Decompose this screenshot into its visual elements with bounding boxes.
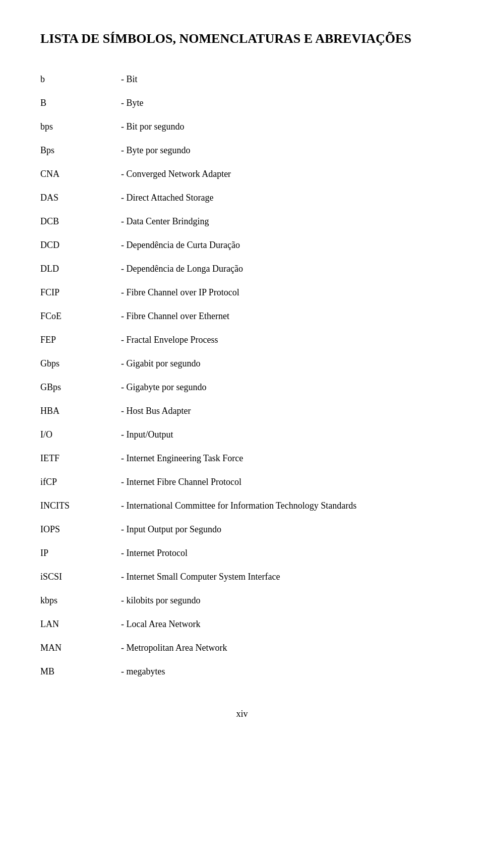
list-item: GBps- Gigabyte por segundo: [40, 381, 444, 394]
list-item: I/O- Input/Output: [40, 428, 444, 442]
abbr-definition: - Fibre Channel over IP Protocol: [121, 286, 239, 299]
abbr-term: b: [40, 73, 121, 86]
list-item: INCITS- International Committee for Info…: [40, 499, 444, 513]
abbr-definition: - Internet Fibre Channel Protocol: [121, 475, 241, 489]
list-item: HBA- Host Bus Adapter: [40, 404, 444, 418]
abbr-definition: - Byte por segundo: [121, 144, 190, 157]
abbr-definition: - Dependência de Curta Duração: [121, 238, 240, 252]
list-item: b- Bit: [40, 73, 444, 86]
abbr-definition: - Fibre Channel over Ethernet: [121, 309, 229, 323]
abbr-definition: - Bit por segundo: [121, 120, 185, 134]
abbr-term: ifCP: [40, 475, 121, 489]
abbr-definition: - Byte: [121, 96, 144, 110]
abbr-term: FCIP: [40, 286, 121, 299]
abbr-term: INCITS: [40, 499, 121, 513]
abbr-definition: - Fractal Envelope Process: [121, 333, 218, 347]
abbr-term: MAN: [40, 641, 121, 655]
abbr-term: IP: [40, 546, 121, 560]
abbr-definition: - Input Output por Segundo: [121, 523, 221, 536]
abbr-definition: - Gigabit por segundo: [121, 357, 200, 370]
list-item: IP- Internet Protocol: [40, 546, 444, 560]
abbr-definition: - Internet Protocol: [121, 546, 188, 560]
list-item: Gbps- Gigabit por segundo: [40, 357, 444, 370]
abbr-term: DCD: [40, 238, 121, 252]
abbr-term: kbps: [40, 594, 121, 607]
abbr-term: B: [40, 96, 121, 110]
abbr-definition: - Direct Attached Storage: [121, 191, 213, 205]
abbr-definition: - megabytes: [121, 665, 165, 678]
abbr-definition: - Host Bus Adapter: [121, 404, 191, 418]
list-item: MAN- Metropolitan Area Network: [40, 641, 444, 655]
abbreviations-list: b- BitB- Bytebps- Bit por segundoBps- By…: [40, 73, 444, 678]
list-item: MB- megabytes: [40, 665, 444, 678]
abbr-definition: - Data Center Brindging: [121, 215, 209, 228]
abbr-term: iSCSI: [40, 570, 121, 584]
abbr-term: MB: [40, 665, 121, 678]
abbr-term: DLD: [40, 262, 121, 276]
page-number: xiv: [40, 709, 444, 719]
abbr-definition: - International Committee for Informatio…: [121, 499, 356, 513]
list-item: FEP- Fractal Envelope Process: [40, 333, 444, 347]
abbr-definition: - Internet Small Computer System Interfa…: [121, 570, 280, 584]
abbr-term: IOPS: [40, 523, 121, 536]
abbr-term: FEP: [40, 333, 121, 347]
abbr-definition: - Converged Network Adapter: [121, 167, 231, 181]
abbr-term: GBps: [40, 381, 121, 394]
list-item: CNA- Converged Network Adapter: [40, 167, 444, 181]
abbr-term: IETF: [40, 452, 121, 465]
abbr-term: FCoE: [40, 309, 121, 323]
list-item: B- Byte: [40, 96, 444, 110]
list-item: FCIP- Fibre Channel over IP Protocol: [40, 286, 444, 299]
abbr-definition: - Local Area Network: [121, 617, 200, 631]
abbr-definition: - Bit: [121, 73, 138, 86]
abbr-term: HBA: [40, 404, 121, 418]
abbr-term: Bps: [40, 144, 121, 157]
list-item: bps- Bit por segundo: [40, 120, 444, 134]
abbr-definition: - kilobits por segundo: [121, 594, 201, 607]
list-item: DLD- Dependência de Longa Duração: [40, 262, 444, 276]
list-item: DCD- Dependência de Curta Duração: [40, 238, 444, 252]
list-item: FCoE- Fibre Channel over Ethernet: [40, 309, 444, 323]
abbr-definition: - Gigabyte por segundo: [121, 381, 206, 394]
abbr-definition: - Dependência de Longa Duração: [121, 262, 243, 276]
list-item: DCB- Data Center Brindging: [40, 215, 444, 228]
abbr-term: I/O: [40, 428, 121, 442]
abbr-term: DAS: [40, 191, 121, 205]
list-item: IETF- Internet Engineering Task Force: [40, 452, 444, 465]
abbr-term: bps: [40, 120, 121, 134]
list-item: iSCSI- Internet Small Computer System In…: [40, 570, 444, 584]
abbr-definition: - Internet Engineering Task Force: [121, 452, 243, 465]
page-title: LISTA DE SÍMBOLOS, NOMENCLATURAS E ABREV…: [40, 30, 444, 47]
abbr-definition: - Input/Output: [121, 428, 173, 442]
abbr-term: CNA: [40, 167, 121, 181]
list-item: Bps- Byte por segundo: [40, 144, 444, 157]
list-item: ifCP- Internet Fibre Channel Protocol: [40, 475, 444, 489]
abbr-term: Gbps: [40, 357, 121, 370]
abbr-definition: - Metropolitan Area Network: [121, 641, 227, 655]
list-item: LAN- Local Area Network: [40, 617, 444, 631]
list-item: IOPS- Input Output por Segundo: [40, 523, 444, 536]
abbr-term: DCB: [40, 215, 121, 228]
list-item: kbps- kilobits por segundo: [40, 594, 444, 607]
abbr-term: LAN: [40, 617, 121, 631]
list-item: DAS- Direct Attached Storage: [40, 191, 444, 205]
